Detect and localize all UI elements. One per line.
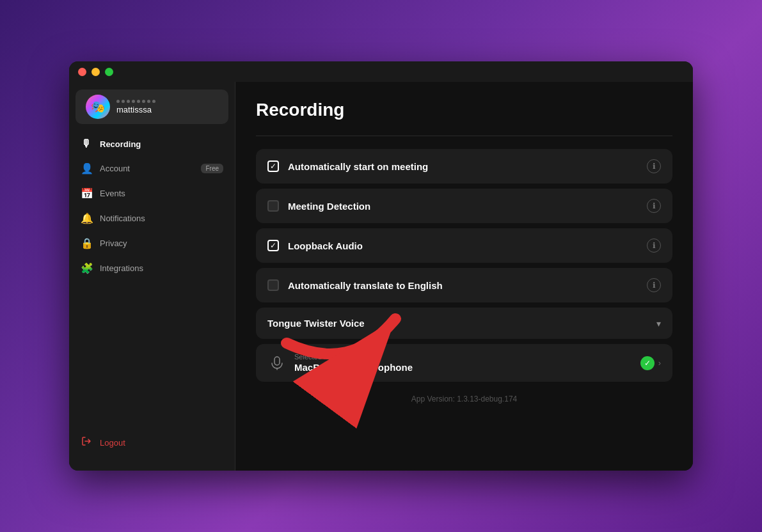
user-info: mattisssa — [116, 100, 218, 114]
logout-icon — [81, 436, 92, 449]
close-button[interactable] — [78, 68, 86, 76]
traffic-lights — [78, 68, 113, 76]
sidebar-item-events[interactable]: 📅 Events — [69, 181, 235, 206]
username: mattisssa — [116, 105, 218, 114]
setting-label-auto-translate: Automatically translate to English — [288, 280, 638, 291]
sidebar-item-account[interactable]: 👤 Account Free — [69, 156, 235, 181]
minimize-button[interactable] — [91, 68, 100, 76]
titlebar — [69, 61, 693, 82]
divider — [256, 136, 672, 136]
sidebar-item-label: Integrations — [100, 263, 143, 273]
user-profile[interactable]: 🎭 mattisssa — [75, 90, 228, 124]
microphone-icon: 🎙 — [81, 138, 92, 150]
sidebar-item-recording[interactable]: 🎙 Recording — [69, 132, 235, 156]
microphone-icon-wrap — [267, 354, 287, 373]
sidebar-bottom: Logout — [69, 422, 235, 463]
mic-main-label: MacBook Pro Microphone — [294, 362, 633, 373]
avatar: 🎭 — [86, 95, 110, 119]
account-icon: 👤 — [81, 162, 92, 175]
setting-label-meeting-detection: Meeting Detection — [288, 201, 638, 212]
microphone-row[interactable]: Selected micophone MacBook Pro Microphon… — [256, 344, 672, 382]
setting-auto-translate[interactable]: Automatically translate to English ℹ — [256, 268, 672, 302]
sidebar-item-label: Account — [100, 164, 130, 173]
info-icon-auto-translate[interactable]: ℹ — [647, 278, 661, 292]
chevron-down-icon: ▾ — [656, 318, 661, 329]
mic-info: Selected micophone MacBook Pro Microphon… — [294, 353, 633, 373]
green-check-icon: ✓ — [640, 356, 655, 370]
integrations-icon: 🧩 — [81, 262, 92, 274]
voice-dropdown[interactable]: Tongue Twister Voice ▾ — [256, 308, 672, 339]
bell-icon: 🔔 — [81, 212, 92, 224]
calendar-icon: 📅 — [81, 187, 92, 199]
setting-meeting-detection[interactable]: Meeting Detection ℹ — [256, 189, 672, 223]
setting-label-loopback-audio: Loopback Audio — [288, 240, 638, 251]
checkbox-auto-start[interactable]: ✓ — [267, 160, 279, 172]
main-content: Recording ✓ Automatically start on meeti… — [235, 82, 693, 471]
chevron-right-icon: › — [658, 358, 661, 368]
sidebar: 🎭 mattisssa 🎙 Recording 👤 Account — [69, 82, 235, 471]
checkbox-loopback-audio[interactable]: ✓ — [267, 240, 279, 251]
sidebar-item-notifications[interactable]: 🔔 Notifications — [69, 206, 235, 231]
sidebar-item-integrations[interactable]: 🧩 Integrations — [69, 256, 235, 281]
maximize-button[interactable] — [105, 68, 113, 76]
sidebar-item-label: Privacy — [100, 239, 127, 248]
logout-label: Logout — [100, 438, 125, 448]
mic-small-label: Selected micophone — [294, 353, 633, 361]
checkbox-meeting-detection[interactable] — [267, 200, 279, 212]
account-badge: Free — [201, 164, 223, 173]
logout-button[interactable]: Logout — [69, 430, 235, 455]
svg-rect-0 — [274, 357, 280, 365]
voice-dropdown-label: Tongue Twister Voice — [267, 318, 656, 329]
sidebar-item-privacy[interactable]: 🔒 Privacy — [69, 231, 235, 256]
sidebar-item-label: Notifications — [100, 214, 145, 223]
sidebar-item-label: Events — [100, 189, 125, 198]
setting-loopback-audio[interactable]: ✓ Loopback Audio ℹ — [256, 228, 672, 263]
info-icon-loopback-audio[interactable]: ℹ — [647, 239, 661, 253]
setting-label-auto-start: Automatically start on meeting — [288, 161, 638, 172]
checkbox-auto-translate[interactable] — [267, 279, 279, 291]
version-text: App Version: 1.3.13-debug.174 — [256, 395, 672, 403]
info-icon-meeting-detection[interactable]: ℹ — [647, 199, 661, 213]
mic-status: ✓ › — [640, 356, 661, 370]
page-title: Recording — [256, 100, 672, 120]
lock-icon: 🔒 — [81, 237, 92, 249]
setting-auto-start[interactable]: ✓ Automatically start on meeting ℹ — [256, 149, 672, 184]
sidebar-item-label: Recording — [100, 139, 141, 149]
user-email-dots — [116, 100, 218, 103]
info-icon-auto-start[interactable]: ℹ — [647, 159, 661, 173]
app-window: 🎭 mattisssa 🎙 Recording 👤 Account — [69, 61, 693, 471]
window-body: 🎭 mattisssa 🎙 Recording 👤 Account — [69, 82, 693, 471]
settings-list: ✓ Automatically start on meeting ℹ Meeti… — [256, 149, 672, 382]
